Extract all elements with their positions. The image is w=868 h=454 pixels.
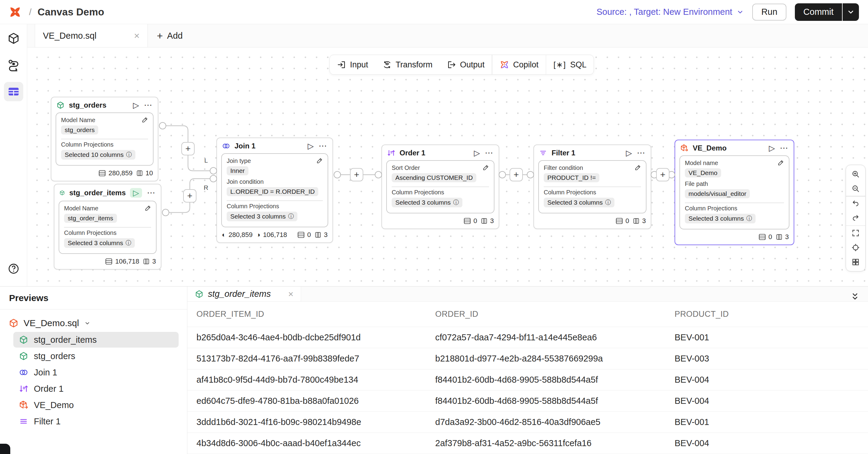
fullscreen-button[interactable]: [846, 226, 865, 240]
environment-selector[interactable]: Source: , Target: New Environment: [597, 7, 744, 17]
canvas[interactable]: Input Transform Outp: [27, 48, 868, 286]
output-node-button[interactable]: Output: [440, 55, 492, 74]
column-projections-chip[interactable]: Selected 3 columnsⓘ: [685, 214, 755, 223]
node-menu-icon[interactable]: ⋯: [637, 151, 646, 156]
edit-icon[interactable]: [316, 157, 323, 164]
node-join-1[interactable]: Join 1 ▷ ⋯ Join type Inner Join conditio…: [216, 138, 333, 243]
edge-add-node-button[interactable]: +: [509, 168, 523, 181]
collapse-previews-button[interactable]: [850, 292, 860, 302]
play-icon[interactable]: ▷: [474, 149, 480, 157]
rail-models-button[interactable]: [4, 29, 23, 48]
edge-add-node-button[interactable]: +: [350, 168, 363, 181]
edge-add-node-button[interactable]: +: [183, 189, 196, 203]
info-icon: ⓘ: [126, 151, 132, 159]
layout-grid-button[interactable]: [846, 255, 865, 269]
play-icon[interactable]: ▷: [133, 101, 139, 109]
filter1-input-port[interactable]: [527, 171, 534, 178]
order1-output-port[interactable]: [499, 171, 506, 178]
commit-dropdown-button[interactable]: [842, 3, 859, 21]
rail-lineage-button[interactable]: [4, 55, 23, 75]
tab-close-icon[interactable]: ×: [134, 31, 140, 40]
join-condition-chip[interactable]: L.ORDER_ID = R.ORDER_ID: [227, 187, 318, 196]
join1-output-port[interactable]: [334, 171, 341, 178]
column-projections-chip[interactable]: Selected 3 columnsⓘ: [64, 238, 135, 248]
add-tab-button[interactable]: + Add: [148, 24, 192, 47]
locate-button[interactable]: [846, 240, 865, 255]
edge-add-node-button[interactable]: +: [181, 142, 195, 155]
node-stg-order-items[interactable]: stg_order_items ▷ ⋯ Model Name stg_order…: [54, 184, 161, 270]
edge-add-node-button[interactable]: +: [656, 168, 670, 181]
node-menu-icon[interactable]: ⋯: [318, 144, 328, 149]
tree-item-ve-demo[interactable]: VE_Demo: [13, 397, 179, 413]
node-menu-icon[interactable]: ⋯: [485, 151, 494, 156]
play-icon[interactable]: ▷: [626, 149, 632, 157]
commit-button[interactable]: Commit: [795, 3, 842, 21]
cell: BEV-004: [665, 433, 868, 454]
help-button[interactable]: [4, 259, 23, 278]
table-row[interactable]: 513173b7-82d4-4176-aa7f-99b8389fede7 b21…: [187, 348, 868, 369]
table-row[interactable]: ed604c75-dfe9-4780-81ba-b88a0fa01026 f84…: [187, 391, 868, 412]
edit-icon[interactable]: [777, 159, 784, 166]
left-half-circle-icon: ◐: [222, 231, 226, 239]
model-cube-icon: [8, 318, 19, 328]
model-name-chip[interactable]: stg_order_items: [64, 214, 117, 223]
column-header[interactable]: ORDER_ID: [426, 302, 665, 327]
column-header[interactable]: ORDER_ITEM_ID: [187, 302, 426, 327]
tab-ve-demo-sql[interactable]: VE_Demo.sql ×: [35, 24, 148, 47]
join1-left-input-port[interactable]: [210, 167, 217, 174]
column-projections-chip[interactable]: Selected 3 columnsⓘ: [227, 212, 298, 221]
model-name-chip[interactable]: stg_orders: [61, 125, 98, 134]
transform-node-button[interactable]: Transform: [375, 55, 440, 74]
edit-icon[interactable]: [145, 204, 152, 212]
sort-order-chip[interactable]: Ascending CUSTOMER_ID: [392, 173, 476, 182]
copilot-button[interactable]: Copilot: [492, 55, 546, 74]
tree-item-join-1[interactable]: Join 1: [13, 365, 179, 380]
filter-condition-chip[interactable]: PRODUCT_ID !=: [544, 173, 599, 182]
model-name-chip[interactable]: VE_Demo: [685, 169, 721, 177]
preview-tab-stg-order-items[interactable]: stg_order_items ×: [187, 286, 301, 301]
sql-button[interactable]: [∗] SQL: [546, 55, 594, 74]
top-bar: / Canvas Demo Source: , Target: New Envi…: [0, 0, 868, 24]
stg-orders-output-port[interactable]: [159, 122, 166, 129]
column-header[interactable]: PRODUCT_ID: [665, 302, 868, 327]
edit-icon[interactable]: [634, 164, 642, 171]
node-order-1[interactable]: Order 1 ▷ ⋯ Sort Order Ascending CUSTOME…: [381, 145, 499, 229]
column-projections-chip[interactable]: Selected 3 columnsⓘ: [544, 198, 614, 207]
tree-item-order-1[interactable]: Order 1: [13, 381, 179, 397]
edit-icon[interactable]: [483, 164, 490, 171]
table-row[interactable]: af41b8c0-9f5d-44d9-bb7d-7800c49be134 f84…: [187, 369, 868, 391]
stg-order-items-output-port[interactable]: [162, 209, 169, 216]
table-row[interactable]: 3ddd1b6d-3021-4f16-b09c-980214b9498e d7d…: [187, 412, 868, 433]
node-ve-demo[interactable]: VE_Demo ▷ ⋯ Model name VE_Demo File path…: [675, 140, 794, 245]
preview-tab-close-icon[interactable]: ×: [288, 289, 293, 299]
node-menu-icon[interactable]: ⋯: [780, 146, 789, 151]
play-icon[interactable]: ▷: [769, 144, 775, 152]
tree-item-stg-order-items[interactable]: stg_order_items: [13, 332, 179, 347]
zoom-in-button[interactable]: [846, 167, 865, 181]
input-node-button[interactable]: Input: [330, 55, 375, 74]
tree-item-filter-1[interactable]: Filter 1: [13, 414, 179, 429]
redo-button[interactable]: [846, 211, 865, 225]
table-row[interactable]: b265d0a4-3c46-4ae4-b0db-dcbe25df901d cf0…: [187, 327, 868, 348]
node-stg-orders[interactable]: stg_orders ▷ ⋯ Model Name stg_orders Col…: [51, 97, 158, 181]
join-type-chip[interactable]: Inner: [227, 166, 248, 175]
undo-button[interactable]: [846, 196, 865, 211]
node-filter-1[interactable]: Filter 1 ▷ ⋯ Filter condition PRODUCT_ID…: [533, 145, 651, 229]
column-projections-chip[interactable]: Selected 3 columnsⓘ: [392, 198, 462, 207]
transform-icon: [383, 60, 392, 69]
column-projections-chip[interactable]: Selected 10 columnsⓘ: [61, 150, 135, 160]
play-icon[interactable]: ▷: [130, 188, 142, 198]
node-menu-icon[interactable]: ⋯: [144, 103, 153, 108]
join1-right-input-port[interactable]: [210, 175, 217, 182]
edit-icon[interactable]: [142, 116, 149, 123]
rail-canvas-button[interactable]: [4, 82, 23, 101]
run-button[interactable]: Run: [752, 4, 786, 21]
order1-input-port[interactable]: [375, 171, 382, 178]
tree-item-stg-orders[interactable]: stg_orders: [13, 348, 179, 364]
play-icon[interactable]: ▷: [308, 142, 314, 150]
table-row[interactable]: 4b34d8d6-3006-4b0c-aaad-b40ef1a344ec 2af…: [187, 433, 868, 454]
node-menu-icon[interactable]: ⋯: [147, 190, 156, 195]
tree-root-ve-demo-sql[interactable]: VE_Demo.sql: [0, 315, 187, 331]
zoom-out-button[interactable]: [846, 181, 865, 196]
file-path-chip[interactable]: models/visual_editor: [685, 189, 750, 198]
